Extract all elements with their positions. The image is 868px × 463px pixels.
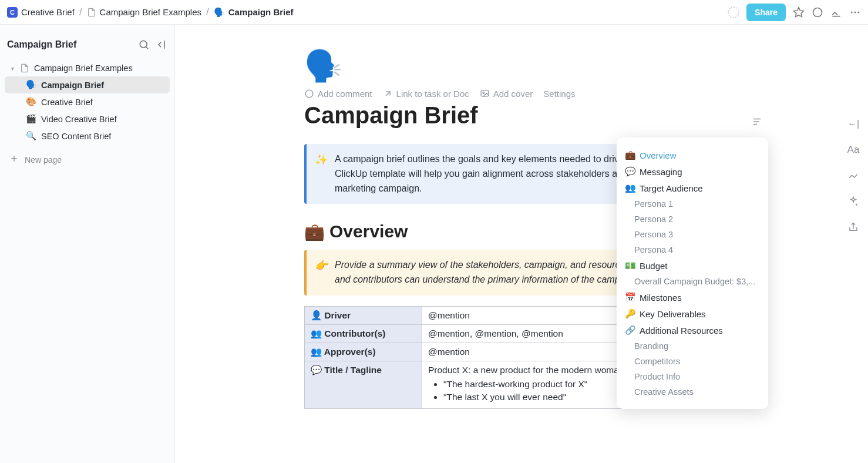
toc-label: Messaging bbox=[640, 167, 682, 177]
svg-point-4 bbox=[857, 11, 859, 13]
toc-item[interactable]: 💼Overview bbox=[625, 147, 760, 163]
expand-rail-icon[interactable]: ←| bbox=[847, 118, 860, 130]
toc-label: Additional Resources bbox=[640, 326, 723, 335]
toc-icon: 👥 bbox=[625, 183, 636, 193]
sidebar-item[interactable]: 🔍SEO Content Brief bbox=[5, 128, 170, 145]
toc-item[interactable]: 📅Milestones bbox=[625, 289, 760, 306]
toc-icon: 💼 bbox=[625, 150, 636, 160]
page-actions: Add comment Link to task or Doc Add cove… bbox=[304, 89, 762, 99]
toc-item[interactable]: 🔗Additional Resources bbox=[625, 322, 760, 338]
toc-subitem[interactable]: Branding bbox=[625, 338, 760, 354]
briefcase-icon: 💼 bbox=[304, 222, 325, 241]
svg-point-1 bbox=[813, 8, 822, 16]
sidebar-item[interactable]: 🎬Video Creative Brief bbox=[5, 110, 170, 128]
toc-icon: 💵 bbox=[625, 260, 636, 271]
item-label: Video Creative Brief bbox=[41, 115, 117, 124]
overview-heading-text: Overview bbox=[329, 222, 408, 241]
toc-item[interactable]: 🔑Key Deliverables bbox=[625, 306, 760, 322]
breadcrumb-current[interactable]: 🗣️ Campaign Brief bbox=[214, 7, 294, 18]
toc-icon: 🔗 bbox=[625, 325, 636, 335]
svg-line-6 bbox=[146, 47, 149, 49]
row-label: 👥 Approver(s) bbox=[305, 343, 422, 361]
sidebar-item[interactable]: 🗣️Campaign Brief bbox=[5, 76, 170, 93]
page-emoji-icon[interactable]: 🗣️ bbox=[304, 48, 762, 84]
sidebar: Campaign Brief ▾ Campaign Brief Examples… bbox=[0, 25, 175, 463]
breadcrumb-current-label: Campaign Brief bbox=[228, 7, 294, 17]
star-icon[interactable] bbox=[793, 6, 805, 18]
breadcrumb-mid[interactable]: Campaign Brief Examples bbox=[87, 7, 201, 17]
svg-point-3 bbox=[854, 11, 856, 13]
svg-point-15 bbox=[305, 90, 313, 98]
share-button[interactable]: Share bbox=[746, 4, 786, 21]
chat-icon[interactable] bbox=[812, 6, 823, 18]
toc-item[interactable]: 💬Messaging bbox=[625, 163, 760, 180]
breadcrumb-mid-label: Campaign Brief Examples bbox=[100, 7, 201, 17]
new-page-button[interactable]: New page bbox=[5, 148, 170, 171]
suggest-icon[interactable] bbox=[847, 169, 860, 182]
pointing-icon: 👉 bbox=[315, 258, 328, 287]
plus-icon bbox=[9, 154, 19, 165]
add-comment-action[interactable]: Add comment bbox=[304, 89, 372, 99]
toc-label: Overview bbox=[640, 150, 677, 160]
link-task-action[interactable]: Link to task or Doc bbox=[383, 89, 469, 99]
right-rail: ←| Aa bbox=[847, 118, 860, 234]
breadcrumb: C Creative Brief / Campaign Brief Exampl… bbox=[7, 6, 294, 18]
typography-icon[interactable]: Aa bbox=[847, 143, 860, 156]
svg-point-5 bbox=[140, 41, 147, 48]
add-cover-label: Add cover bbox=[493, 89, 533, 99]
toc-subitem[interactable]: Product Info bbox=[625, 369, 760, 384]
item-icon: 🗣️ bbox=[26, 80, 36, 90]
record-icon[interactable] bbox=[728, 6, 739, 18]
sidebar-root-label: Campaign Brief Examples bbox=[34, 63, 133, 73]
download-icon[interactable] bbox=[830, 6, 842, 18]
speaking-head-icon: 🗣️ bbox=[214, 7, 225, 18]
topbar-actions: Share bbox=[728, 4, 861, 21]
sidebar-root-item[interactable]: ▾ Campaign Brief Examples bbox=[5, 60, 170, 76]
item-label: SEO Content Brief bbox=[41, 132, 111, 141]
item-label: Creative Brief bbox=[41, 98, 93, 107]
breadcrumb-root-label: Creative Brief bbox=[21, 7, 75, 17]
svg-marker-0 bbox=[794, 7, 804, 16]
breadcrumb-root[interactable]: C Creative Brief bbox=[7, 7, 75, 18]
more-icon[interactable] bbox=[849, 6, 861, 18]
toc-item[interactable]: 💵Budget bbox=[625, 257, 760, 274]
toc-item[interactable]: 👥Target Audience bbox=[625, 180, 760, 196]
toc-icon: 🔑 bbox=[625, 308, 636, 319]
toc-label: Milestones bbox=[640, 293, 682, 303]
toc-subitem[interactable]: Persona 1 bbox=[625, 196, 760, 212]
add-cover-action[interactable]: Add cover bbox=[480, 89, 533, 99]
breadcrumb-separator: / bbox=[205, 6, 210, 18]
settings-action[interactable]: Settings bbox=[543, 89, 575, 99]
sidebar-title: Campaign Brief bbox=[7, 39, 76, 50]
new-page-label: New page bbox=[25, 155, 62, 165]
toc-subitem[interactable]: Persona 2 bbox=[625, 212, 760, 227]
share-rail-icon[interactable] bbox=[847, 221, 860, 234]
page-title[interactable]: Campaign Brief bbox=[304, 102, 762, 129]
collapse-sidebar-icon[interactable] bbox=[156, 39, 167, 51]
app-badge-icon: C bbox=[7, 7, 18, 18]
svg-point-13 bbox=[856, 204, 857, 206]
svg-point-17 bbox=[483, 92, 485, 94]
ai-icon[interactable] bbox=[847, 195, 860, 208]
doc-icon bbox=[20, 63, 29, 73]
toc-subitem[interactable]: Creative Assets bbox=[625, 384, 760, 400]
toc-subitem[interactable]: Persona 4 bbox=[625, 242, 760, 257]
sparkles-icon: ✨ bbox=[315, 152, 328, 196]
sidebar-header: Campaign Brief bbox=[5, 34, 170, 58]
toc-subitem[interactable]: Competitors bbox=[625, 354, 760, 369]
toc-icon: 📅 bbox=[625, 292, 636, 303]
settings-label: Settings bbox=[543, 89, 575, 99]
sidebar-item[interactable]: 🎨Creative Brief bbox=[5, 93, 170, 110]
svg-point-2 bbox=[851, 11, 853, 13]
sidebar-tree: ▾ Campaign Brief Examples 🗣️Campaign Bri… bbox=[5, 60, 170, 145]
doc-icon bbox=[87, 8, 96, 17]
toc-popover: 💼Overview💬Messaging👥Target AudiencePerso… bbox=[617, 137, 768, 409]
toc-icon: 💬 bbox=[625, 166, 636, 177]
toc-subitem[interactable]: Persona 3 bbox=[625, 227, 760, 242]
search-icon[interactable] bbox=[138, 39, 150, 51]
item-icon: 🎨 bbox=[26, 97, 36, 107]
toc-subitem[interactable]: Overall Campaign Budget: $3,... bbox=[625, 274, 760, 289]
breadcrumb-separator: / bbox=[78, 6, 83, 18]
row-label: 💬 Title / Tagline bbox=[305, 361, 422, 408]
item-label: Campaign Brief bbox=[41, 80, 104, 90]
